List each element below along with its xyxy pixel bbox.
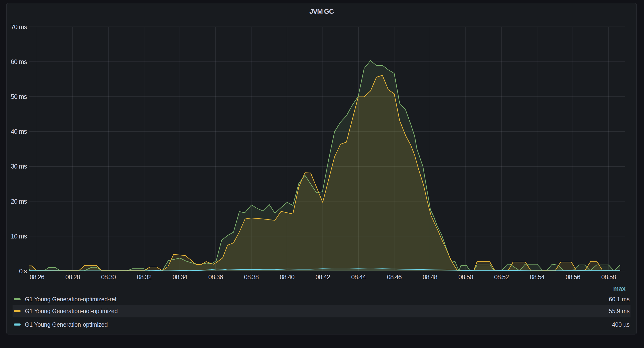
svg-text:0 s: 0 s bbox=[19, 268, 27, 275]
svg-text:08:36: 08:36 bbox=[208, 274, 223, 281]
svg-text:G1 Young Generation-optimized-: G1 Young Generation-optimized-ref bbox=[25, 296, 116, 302]
svg-text:08:26: 08:26 bbox=[30, 274, 44, 281]
svg-text:50 ms: 50 ms bbox=[11, 93, 27, 100]
svg-text:08:44: 08:44 bbox=[351, 274, 366, 281]
svg-text:60.1 ms: 60.1 ms bbox=[609, 296, 630, 302]
svg-text:70 ms: 70 ms bbox=[11, 24, 27, 31]
svg-text:08:58: 08:58 bbox=[602, 274, 616, 281]
svg-text:G1 Young Generation-not-optimi: G1 Young Generation-not-optimized bbox=[25, 308, 118, 314]
svg-text:JVM GC: JVM GC bbox=[310, 8, 334, 15]
svg-text:08:28: 08:28 bbox=[65, 274, 80, 281]
svg-text:08:54: 08:54 bbox=[530, 274, 545, 281]
svg-text:G1 Young Generation-optimized: G1 Young Generation-optimized bbox=[25, 321, 108, 328]
svg-text:10 ms: 10 ms bbox=[11, 233, 27, 240]
svg-text:400 µs: 400 µs bbox=[612, 321, 630, 328]
svg-text:08:32: 08:32 bbox=[137, 274, 152, 281]
svg-text:08:52: 08:52 bbox=[494, 274, 509, 281]
svg-text:30 ms: 30 ms bbox=[11, 163, 27, 170]
svg-text:55.9 ms: 55.9 ms bbox=[609, 308, 630, 314]
svg-text:08:46: 08:46 bbox=[387, 274, 402, 281]
svg-text:08:30: 08:30 bbox=[101, 274, 116, 281]
svg-text:08:40: 08:40 bbox=[280, 274, 294, 281]
svg-text:60 ms: 60 ms bbox=[11, 58, 27, 65]
svg-text:08:42: 08:42 bbox=[315, 274, 330, 281]
svg-text:08:38: 08:38 bbox=[244, 274, 259, 281]
svg-text:40 ms: 40 ms bbox=[11, 128, 27, 135]
svg-text:08:34: 08:34 bbox=[172, 274, 188, 281]
svg-text:max: max bbox=[613, 285, 626, 292]
svg-text:08:56: 08:56 bbox=[566, 274, 580, 281]
svg-text:20 ms: 20 ms bbox=[11, 198, 27, 205]
svg-text:08:50: 08:50 bbox=[458, 274, 473, 281]
svg-text:08:48: 08:48 bbox=[422, 274, 437, 281]
